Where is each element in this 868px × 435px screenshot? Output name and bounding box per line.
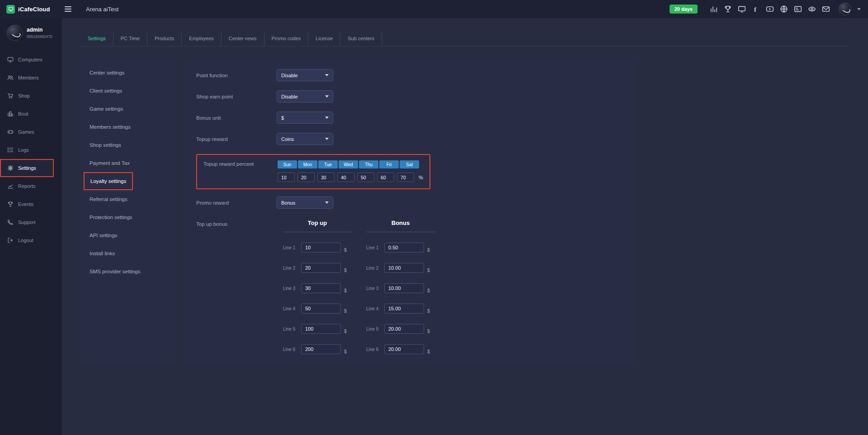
hamburger-menu-icon[interactable] [62,3,74,15]
boot-icon [7,111,14,117]
id-card-icon[interactable] [794,5,802,13]
day-sun-button[interactable]: Sun [278,160,297,168]
sidebar-item-games[interactable]: Games [0,123,62,141]
mail-icon[interactable] [822,5,830,13]
sidebar-item-boot[interactable]: Boot [0,105,62,123]
globe-icon[interactable] [780,5,788,13]
bonus-line-6-input[interactable] [384,344,424,354]
topup-column-header: Top up [283,218,352,232]
user-avatar [7,25,23,41]
tab-promo-codes[interactable]: Promo codes [264,32,309,46]
sidebar-item-support[interactable]: Support [0,213,62,231]
topup-line-5-input[interactable] [301,324,341,334]
bonus-unit-select[interactable]: $ [277,112,333,124]
topup-line-4-input[interactable] [301,304,341,313]
currency-suffix: $ [427,349,430,354]
nav-item-api-settings[interactable]: API settings [80,226,175,244]
trophy-icon[interactable] [724,5,732,13]
topup-line-row: Line 5 $ [283,324,352,334]
tab-employees[interactable]: Employees [182,32,221,46]
topup-line-6-input[interactable] [301,344,341,354]
sidebar-item-logs[interactable]: Logs [0,141,62,159]
topup-line-row: Line 1 $ [283,243,352,253]
topup-line-2-input[interactable] [301,263,341,273]
nav-item-loyalty-settings[interactable]: Loyalty settings [84,172,133,190]
percent-wed-input[interactable] [337,173,354,182]
nav-item-members-settings[interactable]: Members settings [80,118,175,136]
nav-item-game-settings[interactable]: Game settings [80,100,175,118]
nav-item-protection-settings[interactable]: Protection settings [80,208,175,226]
tab-sub-centers[interactable]: Sub centers [340,32,382,46]
youtube-icon[interactable] [766,5,774,13]
topup-line-1-input[interactable] [301,243,341,253]
sidebar-item-settings[interactable]: Settings [0,159,54,177]
currency-suffix: $ [344,328,347,334]
percent-fri-input[interactable] [377,173,394,182]
bonus-column: Bonus Line 1 $ Line 2 $ Line 3 [366,218,435,354]
bonus-line-1-input[interactable] [384,243,424,253]
percent-sat-input[interactable] [397,173,414,182]
nav-item-center-settings[interactable]: Center settings [80,64,175,82]
app-logo-text: iCafeCloud [18,6,50,13]
facebook-icon[interactable]: f [752,5,760,13]
percent-tue-input[interactable] [317,173,335,182]
sidebar-item-shop[interactable]: Shop [0,87,62,105]
sidebar-item-label: Games [18,129,34,135]
form-row-shop-earn-point: Shop earn point Disable [196,90,624,103]
shop-earn-point-select[interactable]: Disable [277,90,333,103]
point-function-select[interactable]: Disable [277,69,333,81]
sidebar-item-members[interactable]: Members [0,69,62,87]
user-avatar[interactable] [839,3,851,15]
nav-item-sms-provider-settings[interactable]: SMS provider settings [80,262,175,281]
percent-mon-input[interactable] [297,173,315,182]
sidebar-item-label: Reports [18,183,36,189]
gear-icon [7,165,14,171]
sidebar: admin 005193482475 Computers Members Sho… [0,18,62,435]
bonus-line-row: Line 3 $ [366,283,435,293]
percent-thu-input[interactable] [357,173,374,182]
bar-chart-icon[interactable] [710,5,718,13]
percent-sun-input[interactable] [278,173,295,182]
nav-item-install-links[interactable]: Install links [80,244,175,262]
sidebar-item-label: Support [18,220,36,225]
day-thu-button[interactable]: Thu [359,160,378,168]
day-sat-button[interactable]: Sat [400,160,419,168]
tab-pc-time[interactable]: PC Time [113,32,147,46]
sidebar-item-reports[interactable]: Reports [0,177,62,195]
bonus-line-4-input[interactable] [384,304,424,313]
tab-products[interactable]: Products [147,32,182,46]
bonus-line-2-input[interactable] [384,263,424,273]
center-title: Arena aiTest [86,6,118,13]
promo-reward-select[interactable]: Bonus [277,196,333,209]
topup-line-3-input[interactable] [301,283,341,293]
eye-icon[interactable] [808,5,816,13]
sidebar-item-events[interactable]: Events [0,195,62,213]
day-wed-button[interactable]: Wed [339,160,358,168]
sidebar-item-logout[interactable]: Logout [0,231,62,249]
nav-item-client-settings[interactable]: Client settings [80,82,175,100]
monitor-icon[interactable] [738,5,746,13]
bonus-line-5-input[interactable] [384,324,424,334]
chevron-down-icon[interactable] [857,8,861,10]
line-label: Line 1 [366,245,381,250]
topup-reward-select[interactable]: Coins [277,133,333,145]
bonus-line-3-input[interactable] [384,283,424,293]
tab-settings[interactable]: Settings [80,32,113,46]
currency-suffix: $ [427,328,430,334]
nav-item-referral-settings[interactable]: Referral settings [80,190,175,208]
sidebar-item-computers[interactable]: Computers [0,51,62,69]
line-label: Line 2 [283,266,298,271]
loyalty-settings-form: Point function Disable Shop earn point D… [184,58,637,366]
day-tue-button[interactable]: Tue [318,160,338,168]
day-fri-button[interactable]: Fri [379,160,399,168]
nav-item-payment-and-tax[interactable]: Payment and Tax [80,154,175,172]
computer-icon [7,56,14,63]
tab-center-news[interactable]: Center news [222,32,264,46]
tab-license[interactable]: License [308,32,340,46]
topup-column: Top up Line 1 $ Line 2 $ Line 3 [283,218,352,354]
bonus-column-header: Bonus [366,218,435,232]
day-mon-button[interactable]: Mon [298,160,317,168]
nav-item-shop-settings[interactable]: Shop settings [80,136,175,154]
license-days-badge[interactable]: 20 days [670,5,698,14]
tab-bar: Settings PC Time Products Employees Cent… [80,32,849,47]
